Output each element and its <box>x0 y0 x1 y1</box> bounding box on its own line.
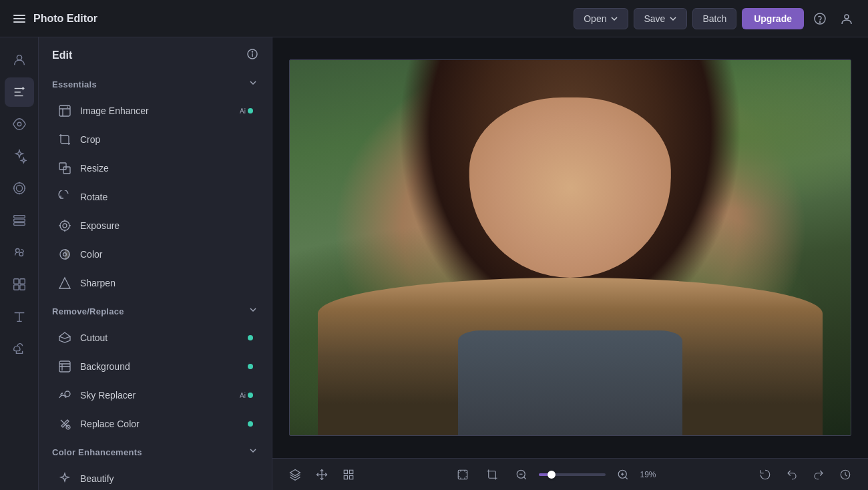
account-button[interactable] <box>836 8 857 29</box>
sky-ai-dot <box>248 393 253 398</box>
remove-replace-title: Remove/Replace <box>52 306 124 316</box>
menu-item-rotate[interactable]: Rotate <box>44 183 266 211</box>
replace-color-label: Replace Color <box>80 419 240 429</box>
svg-rect-23 <box>19 285 24 290</box>
menu-item-replace-color[interactable]: Replace Color <box>44 410 266 438</box>
svg-rect-30 <box>63 167 70 174</box>
sidebar-scroll: Essentials Image Enhancer Ai <box>39 71 272 490</box>
sky-replacer-icon <box>57 388 72 403</box>
zoom-value: 19% <box>640 470 664 479</box>
menu-item-cutout[interactable]: Cutout <box>44 324 266 352</box>
background-dot <box>248 364 253 369</box>
svg-point-18 <box>15 249 19 253</box>
canvas-area: 19% <box>272 37 868 490</box>
redo-button[interactable] <box>807 463 831 487</box>
menu-item-sky-replacer[interactable]: Sky Replacer Ai <box>44 381 266 409</box>
svg-point-3 <box>17 55 21 60</box>
rotate-icon <box>57 190 72 204</box>
history-button[interactable] <box>833 463 857 487</box>
cutout-label: Cutout <box>80 332 240 343</box>
menu-item-sharpen[interactable]: Sharpen <box>44 269 266 297</box>
svg-point-31 <box>60 221 69 230</box>
color-enhancements-chevron-icon <box>248 445 258 459</box>
topbar: Photo Editor Open Save Batch Upgrade <box>0 0 868 37</box>
layers-button[interactable] <box>283 463 307 487</box>
zoom-in-button[interactable] <box>611 463 635 487</box>
nav-person[interactable] <box>5 45 34 75</box>
grid-view-button[interactable] <box>337 463 361 487</box>
chevron-down-icon <box>669 15 677 23</box>
menu-item-crop[interactable]: Crop <box>44 126 266 154</box>
nav-layers[interactable] <box>5 206 34 235</box>
svg-rect-21 <box>19 279 24 284</box>
help-button[interactable] <box>809 8 831 29</box>
panel-title: Edit <box>52 49 72 61</box>
rotate-label: Rotate <box>80 192 253 202</box>
svg-point-10 <box>16 185 22 191</box>
menu-item-image-enhancer[interactable]: Image Enhancer Ai <box>44 97 266 125</box>
upgrade-button[interactable]: Upgrade <box>742 8 804 29</box>
move-button[interactable] <box>310 463 334 487</box>
sidebar-panel: Edit Essentials Image Enhancer <box>39 37 272 490</box>
svg-point-2 <box>845 15 849 19</box>
app-title: Photo Editor <box>33 13 97 25</box>
svg-rect-48 <box>350 475 353 479</box>
info-icon[interactable] <box>246 48 258 63</box>
section-color-enhancements-header[interactable]: Color Enhancements <box>39 439 272 464</box>
nav-effects[interactable] <box>5 270 34 299</box>
resize-icon <box>57 161 72 176</box>
svg-point-41 <box>65 391 70 397</box>
batch-button[interactable]: Batch <box>692 8 736 29</box>
app-logo: Photo Editor <box>11 12 97 25</box>
fit-button[interactable] <box>451 463 475 487</box>
svg-rect-20 <box>13 279 18 284</box>
menu-item-color[interactable]: Color <box>44 240 266 268</box>
resize-label: Resize <box>80 163 253 174</box>
svg-point-19 <box>19 252 23 256</box>
svg-point-32 <box>63 224 67 228</box>
help-icon <box>813 12 827 25</box>
reset-button[interactable] <box>753 463 777 487</box>
svg-line-54 <box>625 477 627 479</box>
nav-text[interactable] <box>5 302 34 331</box>
nav-group[interactable] <box>5 238 34 267</box>
cutout-icon <box>57 330 72 345</box>
image-enhancer-icon <box>57 103 72 118</box>
nav-magic[interactable] <box>5 142 34 171</box>
nav-view[interactable] <box>5 109 34 139</box>
svg-rect-17 <box>13 223 25 226</box>
open-button[interactable]: Open <box>574 8 628 29</box>
icon-nav <box>0 37 39 490</box>
section-essentials-header[interactable]: Essentials <box>39 71 272 96</box>
user-icon <box>840 12 853 25</box>
crop-toolbar-button[interactable] <box>480 463 504 487</box>
exposure-label: Exposure <box>80 220 253 231</box>
menu-item-beautify[interactable]: Beautify <box>44 465 266 490</box>
chevron-down-icon <box>610 15 618 23</box>
exposure-icon <box>57 218 72 233</box>
nav-target[interactable] <box>5 174 34 203</box>
nav-stamp[interactable] <box>5 334 34 363</box>
svg-line-51 <box>523 477 525 479</box>
nav-edit[interactable] <box>5 77 34 107</box>
svg-rect-47 <box>344 475 347 479</box>
image-enhancer-label: Image Enhancer <box>80 105 232 116</box>
canvas-content <box>272 37 868 458</box>
save-button[interactable]: Save <box>634 8 687 29</box>
toolbar-right <box>753 463 857 487</box>
zoom-slider[interactable] <box>539 473 606 476</box>
svg-rect-22 <box>13 285 18 290</box>
section-remove-replace-header[interactable]: Remove/Replace <box>39 298 272 323</box>
background-icon <box>57 359 72 374</box>
menu-item-exposure[interactable]: Exposure <box>44 212 266 240</box>
essentials-chevron-icon <box>248 77 258 91</box>
menu-item-background[interactable]: Background <box>44 352 266 381</box>
photo-container[interactable] <box>289 59 851 436</box>
ai-badge: Ai <box>240 107 253 115</box>
zoom-out-button[interactable] <box>509 463 533 487</box>
svg-rect-16 <box>13 219 25 222</box>
remove-replace-chevron-icon <box>248 304 258 318</box>
color-enhancements-title: Color Enhancements <box>52 447 142 457</box>
menu-item-resize[interactable]: Resize <box>44 154 266 182</box>
undo-button[interactable] <box>780 463 804 487</box>
